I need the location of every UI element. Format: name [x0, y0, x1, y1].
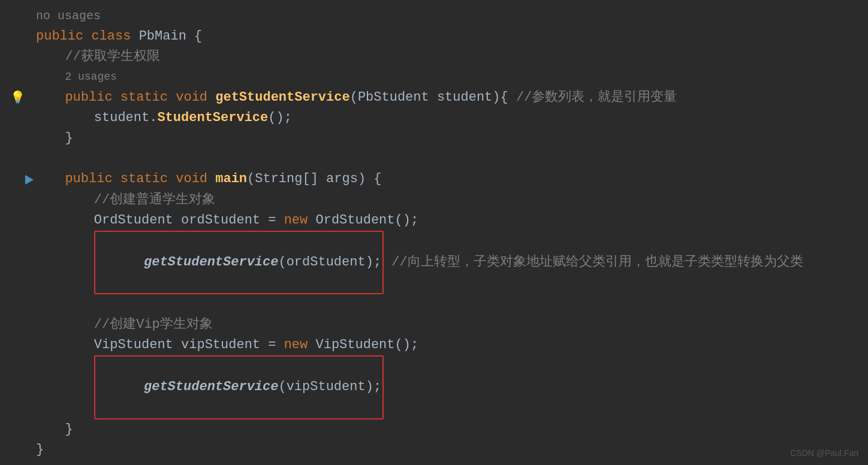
call-end-1: ();	[268, 108, 292, 128]
line-call-2: getStudentService(vipStudent);	[36, 355, 868, 419]
student-var: student.	[94, 108, 158, 128]
line-comment-3: //创建Vip学生对象	[36, 315, 868, 335]
comment-create-ord-student: //创建普通学生对象	[94, 190, 215, 210]
comment-create-vip-student: //创建Vip学生对象	[94, 315, 213, 335]
keyword-public-static-void-2: public static void	[65, 169, 215, 189]
line-student-service-call: student.StudentService();	[36, 108, 868, 128]
highlighted-call-1: getStudentService(ordStudent);	[94, 231, 384, 294]
line-ord-student-decl: OrdStudent ordStudent = new OrdStudent()…	[36, 210, 868, 231]
line-method-decl-1: 💡 public static void getStudentService(P…	[36, 87, 868, 108]
watermark: CSDN @Paul.Fan	[790, 447, 858, 460]
brace-open: {	[186, 26, 202, 47]
method-main: main	[215, 169, 247, 189]
comment-get-permission: //获取学生权限	[65, 47, 159, 67]
space-2	[308, 335, 315, 355]
param-student: student){	[429, 87, 508, 108]
method-name-getStudentService: getStudentService	[215, 87, 349, 108]
paren-open-1: (	[350, 87, 358, 108]
call-arg-1: (ordStudent);	[278, 255, 381, 270]
close-brace-main: }	[65, 419, 73, 440]
line-call-1: getStudentService(ordStudent); //向上转型，子类…	[36, 231, 868, 294]
empty-line-2	[36, 294, 868, 315]
string-class: String	[255, 169, 302, 189]
call-method-1: getStudentService	[144, 255, 278, 270]
vip-student-type: VipStudent	[94, 335, 173, 355]
line-main-decl: public static void main(String[] args) {	[36, 169, 868, 189]
param-type-pbstudent: PbStudent	[358, 87, 429, 108]
keyword-public-class: public class	[36, 26, 139, 47]
line-no-usages: no usages	[36, 6, 868, 26]
class-name-pbmain: PbMain	[139, 26, 186, 47]
close-brace-class: }	[36, 440, 44, 460]
keyword-public-static-void: public static void	[65, 87, 215, 108]
line-comment-2: //创建普通学生对象	[36, 190, 868, 210]
lightbulb-icon[interactable]: 💡	[7, 89, 28, 107]
line-close-brace-1: }	[36, 128, 868, 149]
close-brace-method1: }	[65, 128, 73, 149]
keyword-new-2: new	[284, 335, 308, 355]
line-close-brace-3: }	[36, 440, 868, 460]
call-method-2: getStudentService	[144, 379, 278, 394]
method-StudentService: StudentService	[157, 108, 268, 128]
usage-count: 2 usages	[65, 69, 116, 86]
array-bracket: [] args) {	[302, 169, 381, 189]
no-usages-text: no usages	[36, 7, 101, 25]
ord-ctor-end: ();	[395, 210, 419, 231]
comment-upcasting-1: //向上转型，子类对象地址赋给父类引用，也就是子类类型转换为父类	[384, 252, 803, 273]
main-params: (	[247, 169, 255, 189]
highlighted-call-2: getStudentService(vipStudent);	[94, 355, 384, 419]
line-usages: 2 usages	[36, 67, 868, 87]
vip-student-constructor: VipStudent	[315, 335, 394, 355]
call-arg-2: (vipStudent);	[278, 379, 381, 394]
keyword-new-1: new	[284, 210, 308, 231]
vip-student-var: vipStudent =	[173, 335, 284, 355]
empty-line-1	[36, 149, 868, 169]
line-class-decl: public class PbMain {	[36, 26, 868, 47]
run-arrow-icon[interactable]	[25, 175, 34, 185]
line-close-brace-2: }	[36, 419, 868, 440]
ord-student-type: OrdStudent	[94, 210, 173, 231]
line-vip-student-decl: VipStudent vipStudent = new VipStudent()…	[36, 335, 868, 355]
comment-param: //参数列表，就是引用变量	[508, 87, 677, 108]
vip-ctor-end: ();	[395, 335, 419, 355]
code-editor: no usages public class PbMain { //获取学生权限…	[0, 0, 868, 465]
line-comment-1: //获取学生权限	[36, 47, 868, 67]
ord-student-constructor: OrdStudent	[315, 210, 394, 231]
space-1	[308, 210, 315, 231]
ord-student-var: ordStudent =	[173, 210, 284, 231]
